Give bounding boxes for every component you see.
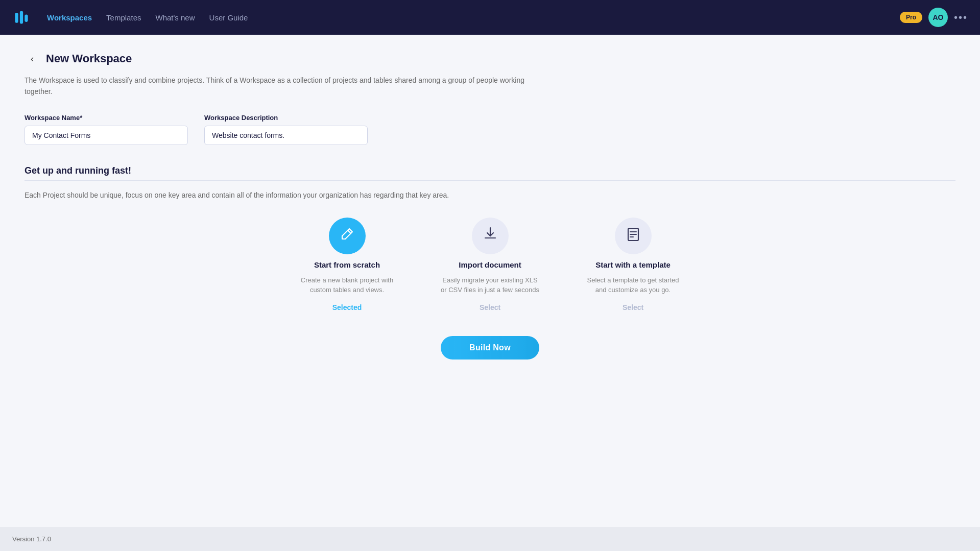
build-now-button[interactable]: Build Now	[441, 336, 539, 360]
footer: Version 1.7.0	[0, 527, 980, 551]
options-row: Start from scratch Create a new blank pr…	[25, 218, 955, 312]
workspace-desc-label: Workspace Description	[204, 114, 368, 122]
workspace-name-group: Workspace Name*	[25, 114, 188, 145]
main-content: ‹ New Workspace The Workspace is used to…	[0, 35, 980, 527]
scratch-select[interactable]: Selected	[332, 303, 362, 312]
nav-workspaces[interactable]: Workspaces	[47, 13, 92, 22]
import-icon-wrap	[472, 218, 509, 254]
svg-rect-0	[15, 13, 18, 23]
workspace-form: Workspace Name* Workspace Description	[25, 114, 955, 145]
header-left: Workspaces Templates What's new User Gui…	[12, 8, 248, 27]
option-template[interactable]: Start with a template Select a template …	[582, 218, 684, 312]
avatar[interactable]: AO	[928, 8, 948, 27]
workspace-desc-group: Workspace Description	[204, 114, 368, 145]
pro-badge: Pro	[900, 12, 922, 23]
scratch-title: Start from scratch	[314, 260, 380, 269]
template-desc: Select a template to get started and cus…	[582, 275, 684, 295]
build-wrap: Build Now	[25, 336, 955, 360]
svg-rect-2	[25, 15, 28, 22]
scratch-desc: Create a new blank project with custom t…	[296, 275, 398, 295]
template-icon	[625, 226, 641, 246]
workspace-name-input[interactable]	[25, 126, 188, 145]
import-title: Import document	[459, 260, 521, 269]
header: Workspaces Templates What's new User Gui…	[0, 0, 980, 35]
template-title: Start with a template	[595, 260, 671, 269]
version-text: Version 1.7.0	[12, 535, 51, 543]
import-select[interactable]: Select	[480, 303, 500, 312]
option-scratch[interactable]: Start from scratch Create a new blank pr…	[296, 218, 398, 312]
svg-rect-1	[20, 11, 23, 23]
nav-templates[interactable]: Templates	[106, 13, 141, 22]
back-button[interactable]: ‹	[25, 51, 40, 66]
header-right: Pro AO •••	[900, 8, 968, 27]
workspace-desc-input[interactable]	[204, 126, 368, 145]
template-icon-wrap	[615, 218, 652, 254]
page-header: ‹ New Workspace	[25, 51, 955, 66]
import-icon	[482, 226, 498, 246]
import-desc: Easily migrate your existing XLS or CSV …	[439, 275, 541, 295]
option-import[interactable]: Import document Easily migrate your exis…	[439, 218, 541, 312]
scratch-icon-wrap	[329, 218, 366, 254]
page-description: The Workspace is used to classify and co…	[25, 75, 525, 98]
scratch-icon	[339, 226, 355, 246]
section-divider	[25, 180, 955, 181]
workspace-name-label: Workspace Name*	[25, 114, 188, 122]
nav-whats-new[interactable]: What's new	[155, 13, 195, 22]
template-select[interactable]: Select	[623, 303, 643, 312]
section-title: Get up and running fast!	[25, 165, 955, 176]
more-button[interactable]: •••	[954, 12, 968, 23]
page-title: New Workspace	[46, 52, 132, 65]
logo[interactable]	[12, 8, 31, 27]
nav-user-guide[interactable]: User Guide	[209, 13, 248, 22]
section-subtitle: Each Project should be unique, focus on …	[25, 191, 955, 199]
main-nav: Workspaces Templates What's new User Gui…	[47, 13, 248, 22]
